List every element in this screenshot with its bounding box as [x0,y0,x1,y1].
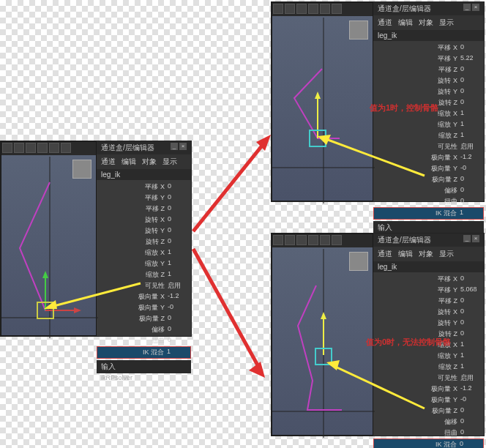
attribute-row[interactable]: IK 混合0 [373,438,484,448]
attribute-row[interactable]: 平移 X0 [373,274,484,285]
attribute-row[interactable]: 平移 Y5.068 [373,285,484,296]
attr-value[interactable]: -0 [168,303,185,313]
attr-value[interactable]: -0 [460,164,478,173]
attr-value[interactable]: 0 [460,417,478,427]
attribute-row[interactable]: 极向量 Z0 [97,313,191,324]
attr-value[interactable]: 0 [460,440,477,448]
object-name[interactable]: leg_ik [97,169,191,180]
attr-value[interactable]: 0 [460,76,478,86]
toolbar-button[interactable] [320,4,330,14]
viewport-top-right[interactable] [272,2,373,201]
attribute-row[interactable]: 极向量 Y-0 [97,302,191,313]
attribute-row[interactable]: 平移 Z0 [373,64,484,75]
toolbar-button[interactable] [273,235,283,245]
attribute-row[interactable]: 极向量 Z0 [373,406,484,417]
attr-value[interactable]: 0 [460,307,478,317]
attr-value[interactable]: 0 [460,318,478,328]
attr-value[interactable]: 0 [168,204,185,214]
viewport-bottom-right[interactable] [272,234,373,436]
attr-value[interactable]: 0 [460,175,478,184]
close-icon[interactable]: × [472,4,479,11]
attribute-row[interactable]: 旋转 X0 [373,307,484,318]
menu-object[interactable]: 对象 [419,18,433,28]
attr-value[interactable]: 启用 [460,373,478,383]
attr-value[interactable]: 启用 [460,142,478,152]
attribute-row[interactable]: 极向量 Z0 [373,174,484,185]
attribute-row[interactable]: 旋转 Y0 [97,225,191,236]
object-name[interactable]: leg_ik [373,30,484,41]
attr-value[interactable]: 1 [168,259,185,269]
attr-value[interactable]: 1 [460,351,478,361]
viewport-left[interactable] [1,141,97,336]
minimize-icon[interactable]: _ [171,143,178,150]
menu-channel[interactable]: 通道 [378,18,392,28]
menu-channel[interactable]: 通道 [378,249,392,259]
toolbar-button[interactable] [296,4,307,14]
attribute-row[interactable]: 极向量 Y-0 [373,163,484,174]
view-cube-icon[interactable] [72,160,91,179]
toolbar-button[interactable] [26,143,36,153]
attribute-row[interactable]: 缩放 Y1 [373,351,484,362]
attr-value[interactable]: 0 [460,98,478,108]
attribute-row[interactable]: 扭曲0 [97,335,191,346]
attr-value[interactable]: 5.22 [460,54,478,64]
toolbar-button[interactable] [273,4,283,14]
attribute-row[interactable]: 平移 Z0 [373,296,484,307]
attribute-row[interactable]: 旋转 X0 [373,75,484,86]
attribute-row[interactable]: 平移 X0 [373,42,484,53]
attribute-row[interactable]: 缩放 Y1 [373,119,484,130]
attr-value[interactable]: 1 [167,348,184,357]
minimize-icon[interactable]: _ [463,4,471,11]
attribute-row[interactable]: 旋转 X0 [97,214,191,225]
attr-value[interactable]: 0 [460,406,478,416]
attribute-row[interactable]: 可见性启用 [373,373,484,384]
close-icon[interactable]: × [472,235,479,242]
attr-value[interactable]: 0 [460,197,478,206]
attr-value[interactable]: 1 [460,209,477,218]
menu-channel[interactable]: 通道 [101,157,116,167]
attribute-row[interactable]: 可见性启用 [373,141,484,152]
menu-display[interactable]: 显示 [439,18,454,28]
attribute-row[interactable]: 旋转 Z0 [97,236,191,247]
menu-edit[interactable]: 编辑 [122,157,136,167]
attr-value[interactable]: 0 [460,296,478,306]
menu-display[interactable]: 显示 [439,249,454,259]
object-name[interactable]: leg_ik [373,261,484,272]
attr-value[interactable]: 0 [168,325,185,335]
attr-value[interactable]: 5.068 [460,285,478,295]
menu-object[interactable]: 对象 [419,249,433,259]
menu-object[interactable]: 对象 [142,157,157,167]
attr-value[interactable]: 0 [460,43,478,53]
attr-value[interactable]: 启用 [168,281,185,291]
attr-value[interactable]: 0 [168,237,185,247]
view-cube-icon[interactable] [349,20,368,40]
view-cube-icon[interactable] [349,252,368,271]
attr-value[interactable]: -1.2 [460,384,478,394]
attr-value[interactable]: 0 [460,428,478,438]
attribute-row[interactable]: 平移 Z0 [97,204,191,214]
attr-value[interactable]: -1.2 [168,292,185,302]
attr-value[interactable]: -0 [460,395,478,405]
attribute-row[interactable]: 极向量 Y-0 [373,395,484,406]
attribute-row[interactable]: 偏移0 [97,324,191,335]
attribute-row[interactable]: 可见性启用 [97,280,191,291]
menu-display[interactable]: 显示 [162,157,177,167]
toolbar-button[interactable] [320,235,330,245]
attribute-row[interactable]: 缩放 Y1 [97,258,191,269]
attr-value[interactable]: 0 [460,186,478,195]
attr-value[interactable]: 0 [168,215,185,225]
attribute-row[interactable]: 极向量 X-1.2 [97,291,191,302]
attr-value[interactable]: 0 [460,275,478,284]
attribute-row[interactable]: 扭曲0 [373,428,484,438]
attribute-row[interactable]: 旋转 Y0 [373,318,484,329]
attribute-row[interactable]: 缩放 Z1 [97,269,191,280]
attr-value[interactable]: 0 [460,329,478,339]
toolbar-button[interactable] [14,143,24,153]
attribute-row[interactable]: 平移 Y5.22 [373,53,484,64]
attr-value[interactable]: 0 [460,65,478,75]
attribute-row[interactable]: 缩放 X1 [97,247,191,258]
attribute-row[interactable]: 极向量 X-1.2 [373,384,484,395]
attribute-row[interactable]: 旋转 Y0 [373,86,484,97]
toolbar-button[interactable] [37,143,48,153]
toolbar-button[interactable] [2,143,12,153]
